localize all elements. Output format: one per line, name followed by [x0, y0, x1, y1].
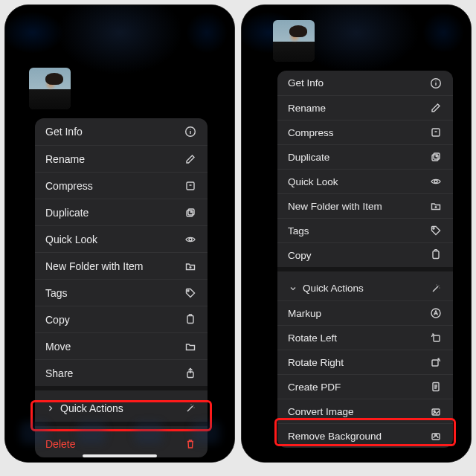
menu-rename[interactable]: Rename — [277, 95, 453, 120]
file-thumbnail[interactable] — [273, 20, 315, 62]
menu-new-folder-with-item[interactable]: New Folder with Item — [277, 193, 453, 218]
tag-icon — [184, 286, 197, 300]
tag-icon — [429, 224, 443, 237]
remove-bg-icon — [429, 429, 443, 443]
menu-duplicate[interactable]: Duplicate — [277, 144, 453, 169]
copy-icon — [184, 313, 197, 327]
menu-remove-background[interactable]: Remove Background — [277, 423, 453, 448]
chevron-down-icon — [288, 283, 298, 294]
menu-create-pdf[interactable]: Create PDF — [277, 374, 453, 399]
menu-label: Quick Look — [288, 176, 429, 187]
pencil-icon — [429, 101, 443, 115]
rotate-right-icon — [429, 356, 443, 369]
menu-markup[interactable]: Markup — [277, 300, 453, 325]
menu-duplicate[interactable]: Duplicate — [35, 199, 208, 225]
menu-label: Get Info — [288, 77, 429, 89]
menu-rename[interactable]: Rename — [35, 145, 208, 172]
menu-label: Rename — [288, 103, 429, 114]
menu-copy[interactable]: Copy — [277, 242, 453, 267]
menu-label: Tags — [45, 287, 184, 299]
wand-icon — [429, 282, 443, 295]
pdf-icon — [429, 380, 443, 393]
info-icon — [184, 125, 197, 138]
menu-label: Quick Actions — [303, 283, 429, 294]
menu-quick-look[interactable]: Quick Look — [35, 225, 208, 252]
archive-icon — [184, 179, 197, 193]
chevron-right-icon — [45, 403, 56, 414]
menu-label: Markup — [288, 308, 429, 319]
menu-label: Tags — [288, 225, 429, 237]
menu-quick-actions-header[interactable]: Quick Actions — [277, 276, 453, 300]
convert-image-icon — [429, 405, 443, 418]
home-indicator[interactable] — [83, 454, 157, 457]
menu-label: Compress — [288, 127, 429, 138]
context-menu-expanded: Get Info Rename Compress Duplicate Quick… — [277, 71, 453, 448]
folder-plus-icon — [429, 199, 443, 213]
menu-get-info[interactable]: Get Info — [35, 118, 208, 145]
menu-label: New Folder with Item — [45, 260, 184, 272]
menu-compress[interactable]: Compress — [35, 172, 208, 199]
menu-label: Convert Image — [288, 406, 429, 417]
menu-label: Quick Look — [45, 234, 184, 245]
menu-label: Get Info — [45, 126, 184, 138]
menu-label: New Folder with Item — [288, 201, 429, 212]
menu-get-info[interactable]: Get Info — [277, 71, 453, 95]
menu-label: Quick Actions — [60, 402, 184, 414]
menu-tags[interactable]: Tags — [277, 218, 453, 242]
menu-label: Create PDF — [288, 382, 429, 393]
wand-icon — [184, 402, 197, 415]
menu-tags[interactable]: Tags — [35, 279, 208, 306]
duplicate-icon — [184, 206, 197, 219]
menu-share[interactable]: Share — [35, 359, 208, 386]
menu-label: Remove Background — [288, 431, 429, 442]
menu-move[interactable]: Move — [35, 332, 208, 359]
eye-icon — [184, 233, 197, 246]
file-thumbnail[interactable] — [29, 68, 71, 109]
menu-label: Copy — [288, 250, 429, 261]
context-menu: Get Info Rename Compress Duplicate Quick… — [35, 118, 208, 457]
folder-plus-icon — [184, 260, 197, 273]
rotate-left-icon — [429, 331, 443, 344]
menu-label: Rename — [45, 153, 184, 165]
menu-label: Compress — [45, 180, 184, 192]
phone-right: Get Info Rename Compress Duplicate Quick… — [241, 4, 472, 463]
menu-rotate-left[interactable]: Rotate Left — [277, 325, 453, 350]
markup-icon — [429, 306, 443, 320]
menu-label: Duplicate — [45, 207, 184, 219]
phone-left: Get Info Rename Compress Duplicate Quick… — [4, 4, 235, 463]
menu-label: Rotate Right — [288, 357, 429, 368]
menu-quick-look[interactable]: Quick Look — [277, 169, 453, 193]
menu-compress[interactable]: Compress — [277, 120, 453, 144]
archive-icon — [429, 126, 443, 139]
info-icon — [429, 77, 443, 90]
share-icon — [184, 367, 197, 380]
menu-label: Duplicate — [288, 152, 429, 163]
menu-label: Share — [45, 367, 184, 379]
folder-icon — [184, 340, 197, 353]
pencil-icon — [184, 152, 197, 166]
menu-label: Move — [45, 341, 184, 353]
eye-icon — [429, 175, 443, 188]
copy-icon — [429, 248, 443, 262]
menu-label: Rotate Left — [288, 332, 429, 344]
menu-convert-image[interactable]: Convert Image — [277, 399, 453, 423]
menu-label: Copy — [45, 314, 184, 326]
menu-copy[interactable]: Copy — [35, 306, 208, 332]
duplicate-icon — [429, 150, 443, 164]
menu-rotate-right[interactable]: Rotate Right — [277, 350, 453, 374]
menu-quick-actions[interactable]: Quick Actions — [35, 395, 208, 422]
menu-new-folder-with-item[interactable]: New Folder with Item — [35, 252, 208, 279]
